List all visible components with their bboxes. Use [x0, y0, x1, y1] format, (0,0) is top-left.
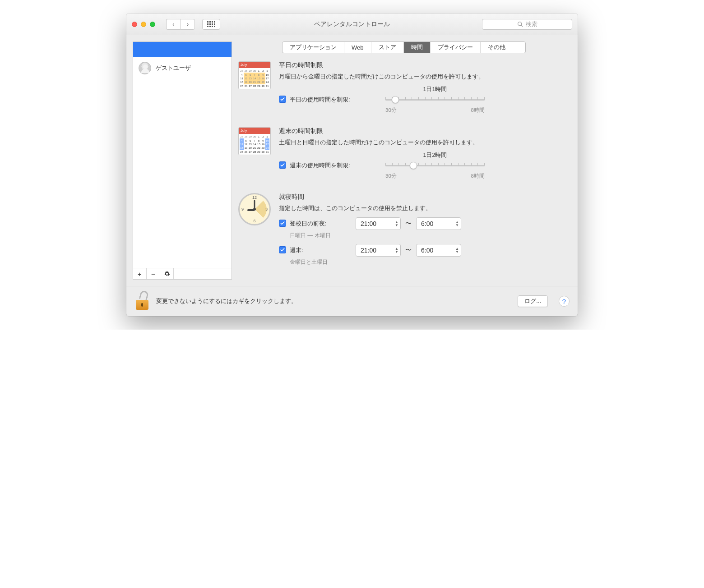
sidebar-item-guest[interactable]: ゲストユーザ	[133, 57, 232, 79]
sidebar-selected-row[interactable]	[133, 42, 232, 57]
zoom-icon[interactable]	[150, 22, 155, 27]
school-to-input[interactable]: 6:00 ▲▼	[416, 217, 461, 230]
weekday-slider-value: 1日1時間	[385, 86, 485, 93]
titlebar: ‹ › ペアレンタルコントロール 検索	[126, 14, 578, 35]
calendar-icon: July 27282930123 45678910 11121314151617…	[238, 127, 271, 155]
school-sub-label: 日曜日 — 木曜日	[290, 232, 570, 239]
tab-bar: アプリケーション Web ストア 時間 プライバシー その他	[282, 41, 526, 53]
lock-text: 変更できないようにするにはカギをクリックします。	[156, 297, 297, 305]
weekday-limit-checkbox[interactable]	[279, 96, 286, 103]
gear-button[interactable]	[160, 268, 174, 279]
tab-time[interactable]: 時間	[404, 42, 431, 53]
bedtime-desc: 指定した時間は、このコンピュータの使用を禁止します。	[279, 204, 570, 213]
stepper-icon[interactable]: ▲▼	[455, 220, 459, 227]
slider-min-label: 30分	[385, 173, 397, 179]
close-icon[interactable]	[132, 22, 137, 27]
school-night-checkbox[interactable]	[279, 220, 286, 227]
gear-icon	[164, 271, 170, 277]
stepper-icon[interactable]: ▲▼	[455, 247, 459, 253]
stepper-icon[interactable]: ▲▼	[395, 220, 398, 227]
content-pane: アプリケーション Web ストア 時間 プライバシー その他 July 2728…	[232, 35, 578, 286]
weekend-section: July 27282930123 45678910 11121314151617…	[238, 127, 570, 179]
user-sidebar: ゲストユーザ + −	[133, 41, 232, 280]
forward-button[interactable]: ›	[181, 19, 195, 30]
sidebar-item-label: ゲストユーザ	[156, 64, 191, 72]
weekend-night-checkbox[interactable]	[279, 246, 286, 253]
check-icon	[280, 220, 285, 226]
weekday-check-label: 平日の使用時間を制限:	[290, 96, 350, 104]
slider-thumb[interactable]	[410, 162, 417, 169]
weekday-section: July 27282930123 45678910 11121314151617…	[238, 61, 570, 114]
back-button[interactable]: ‹	[166, 19, 181, 30]
tab-other[interactable]: その他	[481, 42, 513, 53]
tab-apps[interactable]: アプリケーション	[283, 42, 344, 53]
slider-thumb[interactable]	[392, 96, 399, 103]
weekend-title: 週末の時間制限	[279, 127, 570, 135]
check-icon	[280, 96, 285, 102]
nav-group: ‹ ›	[166, 19, 195, 30]
weekday-desc: 月曜日から金曜日の指定した時間だけこのコンピュータの使用を許可します。	[279, 72, 570, 81]
stepper-icon[interactable]: ▲▼	[395, 247, 398, 253]
add-user-button[interactable]: +	[133, 268, 147, 279]
calendar-icon: July 27282930123 45678910 11121314151617…	[238, 61, 271, 89]
show-all-button[interactable]	[202, 19, 220, 30]
log-button[interactable]: ログ...	[518, 295, 548, 307]
bedtime-section: 12 3 6 9 就寝時間 指定した時間は、このコンピュータの使用を禁止します。	[238, 193, 570, 266]
check-icon	[280, 162, 285, 168]
avatar-icon	[139, 62, 151, 74]
footer: 変更できないようにするにはカギをクリックします。 ログ... ?	[126, 286, 578, 316]
help-button[interactable]: ?	[559, 296, 570, 307]
search-input[interactable]: 検索	[482, 19, 572, 30]
time-separator: 〜	[405, 246, 412, 254]
traffic-lights	[132, 22, 155, 27]
weekday-slider[interactable]: 1日1時間 30分 8時間	[385, 86, 485, 114]
tab-store[interactable]: ストア	[371, 42, 404, 53]
weekend-from-input[interactable]: 21:00 ▲▼	[356, 244, 401, 257]
weekend-limit-checkbox[interactable]	[279, 161, 286, 169]
slider-max-label: 8時間	[471, 107, 485, 114]
school-night-label: 登校日の前夜:	[290, 220, 327, 228]
weekend-night-label: 週末:	[290, 246, 303, 254]
weekday-title: 平日の時間制限	[279, 61, 570, 69]
search-placeholder: 検索	[526, 20, 537, 28]
time-separator: 〜	[405, 220, 412, 228]
lock-icon[interactable]	[134, 293, 150, 310]
bedtime-title: 就寝時間	[279, 193, 570, 201]
slider-max-label: 8時間	[471, 173, 485, 179]
weekend-desc: 土曜日と日曜日の指定した時間だけこのコンピュータの使用を許可します。	[279, 138, 570, 147]
tab-web[interactable]: Web	[344, 42, 371, 53]
minimize-icon[interactable]	[141, 22, 146, 27]
preferences-window: ‹ › ペアレンタルコントロール 検索 ゲストユーザ + −	[126, 14, 578, 316]
school-from-input[interactable]: 21:00 ▲▼	[356, 217, 401, 230]
weekend-sub-label: 金曜日と土曜日	[290, 258, 570, 266]
remove-user-button[interactable]: −	[147, 268, 160, 279]
weekend-check-label: 週末の使用時間を制限:	[290, 161, 350, 170]
weekend-to-input[interactable]: 6:00 ▲▼	[416, 244, 461, 257]
grid-icon	[207, 21, 215, 27]
check-icon	[280, 247, 285, 253]
svg-line-1	[521, 25, 522, 27]
slider-min-label: 30分	[385, 107, 397, 114]
tab-privacy[interactable]: プライバシー	[431, 42, 481, 53]
weekend-slider-value: 1日2時間	[385, 152, 485, 159]
sidebar-toolbar: + −	[133, 268, 232, 280]
search-icon	[517, 21, 523, 27]
clock-icon: 12 3 6 9	[238, 193, 271, 225]
svg-point-0	[518, 22, 521, 26]
weekend-slider[interactable]: 1日2時間 30分 8時間	[385, 152, 485, 179]
